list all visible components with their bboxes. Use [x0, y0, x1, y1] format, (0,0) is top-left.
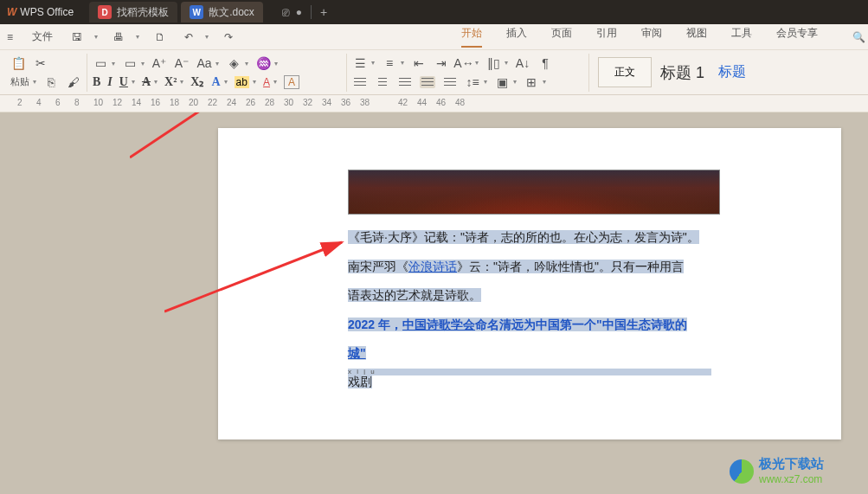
word-icon: W: [190, 5, 203, 19]
italic-button[interactable]: I: [107, 75, 112, 89]
new-tab-button[interactable]: +: [320, 5, 327, 19]
increase-font-icon[interactable]: A⁺: [151, 55, 167, 71]
style-heading1[interactable]: 标题 1: [652, 55, 713, 90]
text-drama[interactable]: 戏剧: [348, 375, 372, 388]
ribbon: 📋 ✂ 粘贴▾ ⎘ 🖌 ▭▾ ▭▾ A⁺ A⁻ Aa▾ ◈▾ ♒▾ B I U▾…: [0, 50, 868, 95]
watermark-logo-icon: [730, 459, 754, 484]
menubar: ≡ 文件 🖫 ▾ 🖶 ▾ 🗋 ↶ ▾ ↷ 开始 插入 页面 引用 审阅 视图 工…: [0, 24, 868, 50]
tab-review[interactable]: 审阅: [641, 26, 662, 48]
page-area[interactable]: 《毛诗·大序》记载："诗者，志的所的也。在心为志，发言为诗"。 南宋严羽《沧浪诗…: [0, 112, 868, 494]
hamburger-icon[interactable]: ≡: [3, 29, 16, 45]
redo-icon[interactable]: ↷: [221, 29, 236, 45]
style-heading[interactable]: 标题: [713, 56, 751, 88]
hyperlink-canglang[interactable]: 沧浪诗话: [408, 260, 457, 273]
fontsize-dropdown[interactable]: ▭: [122, 55, 138, 71]
decrease-font-icon[interactable]: A⁻: [174, 55, 190, 71]
ribbon-tabs: 开始 插入 页面 引用 审阅 视图 工具 会员专享: [461, 26, 818, 48]
clipboard-group: 📋 ✂ 粘贴▾ ⎘ 🖌: [5, 54, 87, 92]
strike-button[interactable]: A: [142, 75, 151, 89]
copy-icon[interactable]: ⎘: [43, 74, 59, 90]
search-icon[interactable]: 🔍: [852, 31, 865, 43]
indent-dec-icon[interactable]: ⇤: [411, 55, 427, 71]
tab-label: 散文.docx: [209, 5, 254, 20]
monitor-icon[interactable]: ⎚: [282, 5, 289, 19]
watermark-url: www.xz7.com: [759, 473, 822, 485]
align-right-icon[interactable]: [397, 76, 413, 88]
paste-icon[interactable]: 📋: [10, 55, 26, 71]
chevron-down-icon[interactable]: ▾: [205, 33, 209, 41]
clear-format-icon[interactable]: ◈: [226, 55, 241, 71]
document-page[interactable]: 《毛诗·大序》记载："诗者，志的所的也。在心为志，发言为诗"。 南宋严羽《沧浪诗…: [218, 128, 841, 439]
document-body[interactable]: 《毛诗·大序》记载："诗者，志的所的也。在心为志，发言为诗"。 南宋严羽《沧浪诗…: [348, 223, 711, 388]
divider: [311, 5, 312, 19]
asian-layout-icon[interactable]: ‖▯: [485, 55, 501, 71]
align-justify-icon[interactable]: [420, 76, 435, 88]
tab-view[interactable]: 视图: [686, 26, 707, 48]
styles-group: 正文 标题 1 标题: [589, 55, 751, 90]
paste-label[interactable]: 粘贴: [10, 75, 29, 88]
chevron-down-icon[interactable]: ▾: [136, 33, 139, 41]
shading-icon[interactable]: ▣: [494, 74, 510, 90]
tab-label: 找稻壳模板: [117, 5, 169, 20]
bullets-icon[interactable]: ☰: [352, 55, 368, 71]
watermark: 极光下载站 www.xz7.com: [730, 454, 868, 494]
tab-member[interactable]: 会员专享: [776, 26, 818, 48]
fontcolor-button[interactable]: A: [263, 76, 270, 88]
file-menu[interactable]: 文件: [29, 28, 56, 46]
tab-templates[interactable]: D 找稻壳模板: [89, 2, 177, 22]
underline-button[interactable]: U: [119, 75, 128, 89]
ruby-text: x i j u: [348, 369, 711, 375]
align-left-icon[interactable]: [352, 76, 368, 88]
app-name: WPS Office: [20, 6, 74, 18]
preview-icon[interactable]: 🗋: [151, 29, 169, 45]
fontcolor2-button[interactable]: A: [211, 75, 220, 89]
indent-inc-icon[interactable]: ⇥: [434, 55, 449, 71]
hyperlink-poetry-society[interactable]: 中国诗歌学会: [402, 318, 475, 331]
highlight-button[interactable]: ab: [235, 76, 249, 88]
superscript-button[interactable]: X²: [164, 75, 177, 89]
chevron-down-icon[interactable]: ▾: [94, 33, 98, 41]
char-border-button[interactable]: A: [284, 75, 299, 89]
print-icon[interactable]: 🖶: [110, 29, 127, 45]
dot-icon: ●: [296, 6, 302, 18]
tab-insert[interactable]: 插入: [506, 26, 527, 48]
tab-page[interactable]: 页面: [551, 26, 572, 48]
borders-icon[interactable]: ⊞: [524, 74, 539, 90]
numbering-icon[interactable]: ≡: [382, 55, 397, 71]
tab-document-active[interactable]: W 散文.docx: [181, 2, 263, 22]
fontname-dropdown[interactable]: ▭: [93, 55, 108, 71]
tab-reference[interactable]: 引用: [596, 26, 617, 48]
change-case-icon[interactable]: Aa: [196, 55, 212, 71]
cut-icon[interactable]: ✂: [33, 55, 48, 71]
text-selected[interactable]: 《毛诗·大序》记载："诗者，志的所的也。在心为志，发言为诗"。: [348, 230, 699, 244]
format-painter-icon[interactable]: 🖌: [66, 74, 81, 90]
watermark-title: 极光下载站: [759, 456, 824, 472]
align-center-icon[interactable]: [375, 76, 390, 88]
style-normal[interactable]: 正文: [598, 57, 652, 87]
save-icon[interactable]: 🖫: [68, 29, 86, 45]
font-group: ▭▾ ▭▾ A⁺ A⁻ Aa▾ ◈▾ ♒▾ B I U▾ A▾ X²▾ X₂ A…: [87, 54, 347, 92]
titlebar: W WPS Office D 找稻壳模板 W 散文.docx ⎚ ● +: [0, 0, 868, 24]
app-logo-icon: W: [7, 6, 16, 18]
line-spacing-icon[interactable]: ↕≡: [465, 74, 480, 90]
phonetic-icon[interactable]: ♒: [255, 55, 271, 71]
paragraph-group: ☰▾ ≡▾ ⇤ ⇥ A↔▾ ‖▯▾ A↓ ¶ ↕≡▾ ▣▾ ⊞▾: [347, 54, 589, 92]
horizontal-ruler[interactable]: 10 8 6 4 2 2 4 6 8 10 12 14 16 18 20 22 …: [0, 95, 868, 112]
subscript-button[interactable]: X₂: [190, 74, 204, 89]
tab-home[interactable]: 开始: [461, 26, 482, 48]
template-icon: D: [98, 5, 112, 19]
bold-button[interactable]: B: [93, 75, 100, 89]
align-distribute-icon[interactable]: [442, 76, 458, 88]
document-image[interactable]: [348, 170, 720, 215]
undo-icon[interactable]: ↶: [181, 29, 196, 45]
show-marks-icon[interactable]: ¶: [537, 55, 553, 71]
char-scale-icon[interactable]: A↔: [456, 55, 472, 71]
sort-icon[interactable]: A↓: [515, 55, 530, 71]
tab-tools[interactable]: 工具: [731, 26, 752, 48]
